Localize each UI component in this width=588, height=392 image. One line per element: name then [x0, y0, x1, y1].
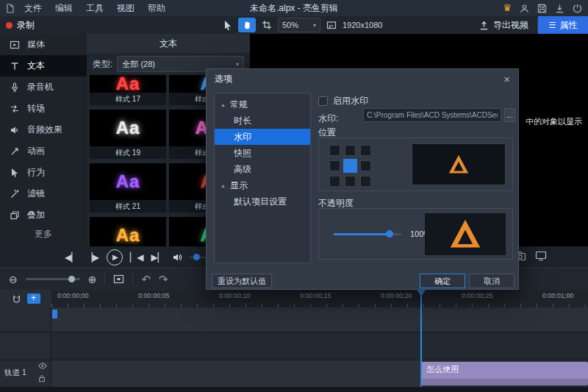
track-controls-header: + — [0, 290, 51, 307]
upgrade-crown-icon[interactable]: ♛ — [503, 0, 512, 16]
sidebar-item-overlays[interactable]: 叠加 — [0, 204, 87, 226]
text-style-card[interactable]: Aa 样式 21 — [90, 163, 166, 213]
track-lane — [0, 307, 588, 332]
sidebar-item-text[interactable]: 文本 — [0, 55, 87, 76]
menu-edit[interactable]: 编辑 — [49, 0, 79, 16]
crop-icon[interactable] — [262, 20, 272, 30]
ruler-timecode: 0:00:00;25 — [462, 292, 493, 299]
position-cell[interactable] — [329, 145, 340, 156]
position-cell[interactable] — [360, 176, 371, 187]
text-style-card[interactable]: Aa 样式 17 — [90, 75, 166, 105]
snap-magnet-icon[interactable] — [12, 294, 21, 304]
track-lock-icon[interactable] — [38, 374, 46, 382]
tree-expand-icon[interactable]: ▲ — [220, 183, 226, 188]
type-filter-label: 类型: — [93, 58, 112, 71]
jump-end-button[interactable]: ▶▏ — [151, 253, 164, 262]
timeline-clip[interactable]: 怎么使用 — [421, 362, 588, 385]
enable-watermark-row: 启用水印 — [318, 95, 368, 107]
enable-watermark-checkbox[interactable] — [318, 96, 328, 106]
sidebar-more-button[interactable]: 更多 — [0, 226, 87, 242]
type-filter-value: 全部 (28) — [122, 59, 155, 70]
sidebar-item-transitions[interactable]: 转场 — [0, 98, 87, 119]
timeline-ruler[interactable]: + 0:00:00;00 0:00:00;05 0:00:00;10 0:00:… — [0, 290, 588, 307]
position-cell[interactable] — [345, 145, 356, 156]
playhead[interactable] — [417, 290, 426, 387]
menu-help[interactable]: 帮助 — [141, 0, 172, 16]
menu-tools[interactable]: 工具 — [79, 0, 110, 16]
canvas-size-icon[interactable] — [326, 20, 337, 30]
position-cell-selected[interactable] — [343, 159, 357, 173]
track-header-column: 轨道 1 — [0, 307, 51, 387]
watermark-path-input[interactable] — [363, 108, 501, 122]
timeline-zoom-out-button[interactable]: ⊖ — [9, 274, 18, 285]
sidebar-item-filters[interactable]: 滤镜 — [0, 183, 87, 204]
enable-watermark-label: 启用水印 — [333, 95, 368, 107]
text-style-card[interactable]: Aa 样式 19 — [90, 110, 166, 159]
ruler-timecode: 0:00:00;05 — [138, 292, 170, 299]
dialog-title: 选项 — [215, 73, 232, 85]
filter-wand-icon — [10, 189, 20, 199]
export-video-button[interactable]: 导出视频 — [470, 19, 537, 32]
timeline-zoom-slider[interactable] — [26, 278, 80, 280]
position-cell[interactable] — [360, 160, 371, 171]
track-visibility-eye-icon[interactable] — [38, 363, 47, 369]
undo-button[interactable]: ↶ — [141, 273, 151, 286]
tree-item-advanced[interactable]: 高级 — [215, 161, 310, 177]
preview-hint-text: 中的对象以显示 — [526, 116, 582, 127]
select-cursor-icon[interactable] — [222, 20, 232, 31]
user-account-icon[interactable] — [520, 4, 529, 13]
ruler-timecode: 0:00:01;00 — [542, 292, 574, 299]
hand-pan-button[interactable] — [238, 18, 256, 32]
seek-handle[interactable] — [193, 254, 200, 260]
record-button[interactable]: 录制 — [6, 16, 35, 34]
cancel-button[interactable]: 取消 — [469, 274, 514, 288]
exit-icon[interactable] — [573, 4, 582, 13]
timeline-zoom-handle[interactable] — [68, 276, 75, 282]
mini-clip[interactable] — [52, 310, 57, 318]
tree-group-label: 显示 — [230, 179, 248, 192]
tree-item-snapshot[interactable]: 快照 — [215, 145, 310, 161]
tree-group-general[interactable]: ▲ 常规 — [215, 96, 310, 113]
zoom-level-select[interactable]: 50% ▾ — [278, 18, 320, 32]
ok-button[interactable]: 确定 — [420, 274, 465, 288]
position-cell[interactable] — [345, 176, 356, 187]
opacity-slider[interactable] — [334, 233, 401, 235]
position-cell[interactable] — [329, 176, 340, 187]
tree-group-display[interactable]: ▲ 显示 — [215, 177, 310, 193]
properties-button[interactable]: ☰ 属性 — [538, 16, 588, 34]
save-icon[interactable] — [537, 4, 547, 13]
jump-start-button[interactable]: ▏◀ — [130, 253, 143, 262]
behavior-cursor-icon — [10, 168, 20, 178]
close-icon[interactable]: × — [503, 74, 510, 85]
sidebar-item-audio-effects[interactable]: 音频效果 — [0, 119, 87, 140]
next-frame-button[interactable]: ▕▶ — [85, 253, 98, 262]
tree-item-default-project-settings[interactable]: 默认项目设置 — [215, 193, 310, 210]
download-icon[interactable] — [555, 4, 564, 13]
menu-view[interactable]: 视图 — [110, 0, 141, 16]
preview-view-buttons — [514, 251, 547, 261]
timeline-zoom-in-button[interactable]: ⊕ — [88, 274, 97, 285]
add-track-button[interactable]: + — [27, 293, 40, 304]
text-style-card[interactable]: Aa 样式 23 — [90, 217, 166, 246]
opacity-slider-handle[interactable] — [386, 230, 393, 238]
sidebar-item-media[interactable]: 媒体 — [0, 34, 87, 55]
dialog-title-bar[interactable]: 选项 × — [207, 69, 518, 88]
position-cell[interactable] — [329, 160, 340, 171]
sidebar-item-animation[interactable]: 动画 — [0, 140, 87, 162]
fit-timeline-icon[interactable] — [113, 274, 124, 284]
browse-button[interactable]: ... — [504, 108, 515, 122]
sidebar-item-recorder[interactable]: 录音机 — [0, 76, 87, 98]
menu-file[interactable]: 文件 — [18, 0, 49, 16]
redo-button[interactable]: ↷ — [159, 273, 168, 286]
tree-item-watermark[interactable]: 水印 — [215, 129, 310, 145]
play-button[interactable]: ▶ — [107, 249, 123, 266]
reset-defaults-button[interactable]: 重设为默认值 — [212, 274, 272, 288]
sidebar-item-behaviors[interactable]: 行为 — [0, 162, 87, 183]
playhead-line — [420, 296, 422, 387]
prev-frame-button[interactable]: ◀▏ — [65, 253, 78, 262]
tree-item-duration[interactable]: 时长 — [215, 113, 310, 129]
fullscreen-icon[interactable] — [535, 251, 547, 261]
tree-expand-icon[interactable]: ▲ — [220, 102, 226, 107]
position-cell[interactable] — [360, 145, 371, 156]
volume-button[interactable] — [172, 252, 183, 263]
